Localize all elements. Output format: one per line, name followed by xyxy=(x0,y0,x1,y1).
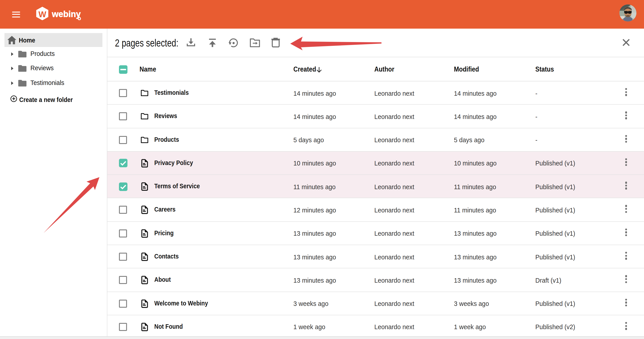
svg-text:W: W xyxy=(38,10,46,19)
